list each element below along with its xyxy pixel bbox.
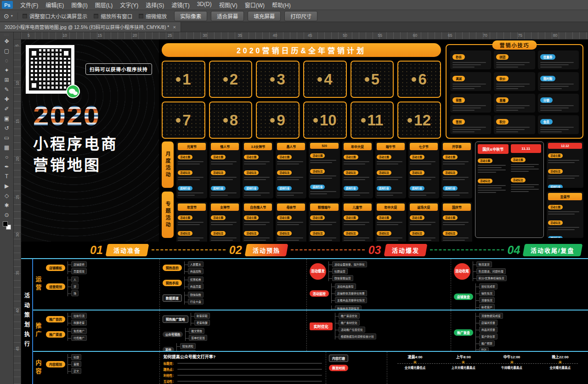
- mindmap: 推广目的拉新引流唤醒老客: [46, 313, 157, 326]
- mindmap-root: 店铺复盘: [454, 294, 473, 300]
- content-point: 互动性：: [164, 379, 322, 384]
- field-chip: 活动主题: [277, 155, 292, 159]
- zoom-action-button[interactable]: 适合屏幕: [211, 11, 244, 21]
- field-chip: 活动玩法: [344, 170, 358, 175]
- mindmap-item: 页面搭建: [71, 268, 87, 274]
- marquee-tool[interactable]: ▢: [1, 46, 12, 56]
- move-tool[interactable]: ✥: [1, 36, 12, 46]
- document-canvas[interactable]: 扫码可以获得小程序扶持 2020 小程序电商 营销地图: [21, 40, 588, 384]
- mindmap-item: 目标完成率: [479, 283, 498, 289]
- eraser-tool[interactable]: ▭: [1, 133, 12, 142]
- menu-item[interactable]: 3D(D): [193, 0, 215, 10]
- clone-stamp-tool[interactable]: ▣: [1, 113, 12, 123]
- color-swatches[interactable]: [3, 221, 11, 230]
- phase-label: 活动爆发: [384, 244, 427, 256]
- gradient-tool[interactable]: ▦: [1, 142, 12, 152]
- mindmap-item: 积分/优惠券核销情况: [476, 275, 507, 281]
- lasso-tool[interactable]: ◌: [1, 56, 12, 65]
- document-area: 5101520253035404550556065707580 51015202…: [14, 32, 588, 384]
- menu-item[interactable]: 选择(S): [142, 0, 168, 10]
- timeline-dot-icon: [413, 361, 417, 364]
- menu-item[interactable]: 编辑(E): [42, 0, 68, 10]
- timeline-time: 中午12:00: [503, 354, 520, 359]
- field-chip: 活动玩法: [344, 231, 358, 236]
- crop-tool[interactable]: ⊞: [1, 75, 12, 85]
- mindmap-children: 流量数据完成度店铺浏览量商品浏览量客户转化率推广预算ROI: [475, 313, 503, 351]
- field-chip: 适用行业: [344, 186, 358, 191]
- special-activities-label: 专题活动: [162, 192, 174, 238]
- foreground-color-swatch[interactable]: [3, 221, 8, 226]
- mindmap-root: 预热手段: [163, 280, 182, 286]
- zoom-action-button[interactable]: 打印尺寸: [284, 11, 317, 21]
- phase-number: 02: [229, 244, 242, 256]
- activity-name: 年货节: [178, 203, 206, 211]
- path-selection-tool[interactable]: ▶: [1, 181, 12, 191]
- menu-item[interactable]: 帮助(H): [268, 0, 294, 10]
- tip-chip: 会员: [540, 119, 553, 124]
- timeline-note: 全天曝光最低点: [405, 365, 426, 370]
- tip-chip: 直播: [496, 97, 509, 103]
- zoom-action-button[interactable]: 填充屏幕: [248, 11, 281, 21]
- document-tab[interactable]: 2020小程序电商营销地图.jpg @ 12.5% (扫码可以获得小程序扶持, …: [0, 22, 181, 32]
- field-chip: 活动主题: [344, 215, 358, 220]
- magic-wand-tool[interactable]: ✦: [1, 65, 12, 75]
- shape-tool[interactable]: ◇: [1, 191, 12, 200]
- activity-name: 国庆节: [443, 203, 471, 211]
- poster-left-column: 扫码可以获得小程序扶持 2020 小程序电商 营销地图: [21, 40, 159, 242]
- option-checkbox[interactable]: 缩放所有窗口: [94, 12, 132, 20]
- photoshop-window: Ps 文件(F)编辑(E)图像(I)图层(L)文字(Y)选择(S)滤镜(T)3D…: [0, 0, 588, 384]
- mindmap-item: 根据数据及时调整投放计划: [339, 333, 376, 339]
- mindmap-children: 推广渠道优化推广素材优化活动推广位置优化根据数据及时调整投放计划: [335, 313, 376, 339]
- content-point: 标题党：: [164, 361, 322, 366]
- healing-brush-tool[interactable]: ✚: [1, 94, 12, 104]
- mindmap-children: 微信指数行业大盘: [184, 292, 204, 305]
- menu-item[interactable]: 文件(F): [17, 0, 42, 10]
- mindmap-item: 销售情况: [479, 290, 495, 296]
- activity-name: 母亲节: [277, 203, 305, 211]
- activity-name: 儿童节: [344, 203, 372, 211]
- brush-tool[interactable]: ✐: [1, 104, 12, 113]
- tip-card: 满减: [450, 72, 491, 91]
- blur-tool[interactable]: ○: [1, 152, 12, 162]
- side-label: 活动策划执行: [21, 259, 33, 384]
- zoom-tool[interactable]: ⊙: [1, 210, 12, 220]
- menu-item[interactable]: 文字(Y): [116, 0, 142, 10]
- timeline-dot-icon: [462, 361, 465, 364]
- activity-card: 圣诞节 活动主题 活动玩法 适用行业: [547, 192, 583, 238]
- calendar-months: 1 2 3: [162, 61, 441, 139]
- hand-tool[interactable]: ✱: [1, 200, 12, 210]
- menu-item[interactable]: 视图(V): [215, 0, 241, 10]
- pen-tool[interactable]: ✒: [1, 162, 12, 171]
- mindmap-item: 货: [71, 283, 79, 289]
- panel-grip-icon[interactable]: ::::: [4, 33, 10, 36]
- field-chip: 适用行业: [277, 186, 292, 191]
- type-tool[interactable]: T: [1, 171, 12, 181]
- mindmap-item: 人群蓄水: [188, 261, 204, 267]
- menu-item[interactable]: 图层(L): [91, 0, 117, 10]
- activity-card: 12.12 活动主题 活动玩法 适用行业: [547, 141, 583, 188]
- send-time-timeline: 凌晨4:00 全天曝光最低点 上午8:00 上半天曝光: [387, 352, 588, 384]
- zoom-tool-preset[interactable]: ⊙ ▾: [4, 12, 18, 20]
- mindmap-item: 新老客户: [479, 304, 495, 310]
- field-chip: 活动主题: [410, 215, 424, 220]
- month-number: 3: [270, 71, 285, 88]
- option-checkbox[interactable]: 调整窗口大小以满屏显示: [23, 12, 88, 20]
- month-card: 5: [351, 61, 394, 98]
- menu-item[interactable]: 窗口(W): [241, 0, 268, 10]
- mindmap-item: 免费推广: [71, 328, 87, 334]
- document-tab-title: 2020小程序电商营销地图.jpg @ 12.5% (扫码可以获得小程序扶持, …: [5, 23, 169, 30]
- mindmap-item: 商品页面: [188, 283, 204, 289]
- ruler-mark: 20: [14, 157, 21, 194]
- mindmap-item: 流量情况: [479, 297, 495, 303]
- close-icon[interactable]: ×: [173, 24, 175, 30]
- festival-column: 11.11 活动主题 活动玩法: [511, 144, 542, 235]
- mindmap-root: 推广复盘: [454, 329, 473, 336]
- history-brush-tool[interactable]: ↺: [1, 123, 12, 133]
- month-card: 9: [256, 102, 300, 139]
- eyedropper-tool[interactable]: ✎: [1, 85, 12, 94]
- menu-item[interactable]: 图像(I): [68, 0, 91, 10]
- tip-chip: 满减: [452, 76, 465, 81]
- option-checkbox[interactable]: 细微缩放: [139, 12, 167, 20]
- zoom-action-button[interactable]: 实际像素: [174, 11, 207, 21]
- menu-item[interactable]: 滤镜(T): [168, 0, 193, 10]
